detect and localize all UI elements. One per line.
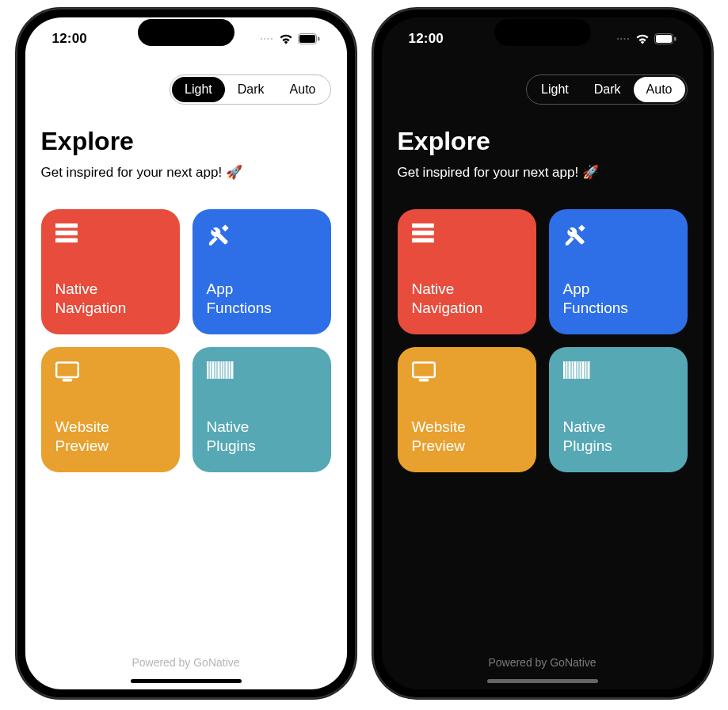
theme-option-dark[interactable]: Dark xyxy=(581,77,634,102)
home-indicator[interactable] xyxy=(131,679,242,683)
tile-native-navigation[interactable]: Native Navigation xyxy=(41,209,180,334)
svg-rect-32 xyxy=(580,361,581,379)
wifi-icon xyxy=(635,33,650,44)
tile-label: Native Plugins xyxy=(563,418,673,456)
svg-rect-29 xyxy=(572,361,573,379)
tile-grid: Native Navigation App Functions Website … xyxy=(398,209,688,472)
wifi-icon xyxy=(279,33,293,44)
tile-label: Website Preview xyxy=(412,418,522,456)
tile-label: Native Navigation xyxy=(55,280,166,319)
svg-rect-35 xyxy=(588,361,589,379)
dynamic-island xyxy=(494,19,591,46)
svg-rect-17 xyxy=(231,361,233,379)
barcode-icon xyxy=(563,361,673,385)
page-title: Explore xyxy=(398,127,688,156)
svg-rect-3 xyxy=(55,223,78,227)
tile-label: Website Preview xyxy=(55,418,166,456)
home-indicator[interactable] xyxy=(487,679,598,683)
svg-rect-6 xyxy=(56,362,78,376)
tile-website-preview[interactable]: Website Preview xyxy=(398,347,536,472)
svg-rect-23 xyxy=(412,239,434,242)
svg-rect-27 xyxy=(566,361,567,379)
svg-rect-22 xyxy=(412,231,434,235)
barcode-icon xyxy=(207,361,317,385)
battery-icon xyxy=(654,33,677,44)
svg-rect-7 xyxy=(63,379,72,381)
status-time: 12:00 xyxy=(52,31,87,47)
tools-icon xyxy=(563,223,673,247)
theme-option-auto[interactable]: Auto xyxy=(277,77,329,102)
svg-rect-20 xyxy=(674,37,677,41)
svg-rect-12 xyxy=(218,361,219,379)
monitor-icon xyxy=(55,361,166,385)
theme-option-dark[interactable]: Dark xyxy=(225,77,277,102)
dynamic-island xyxy=(138,19,234,46)
svg-rect-24 xyxy=(413,362,435,376)
phone-mockup-light: 12:00 ···· Light Dark Auto Explore Get i… xyxy=(16,8,356,699)
monitor-icon xyxy=(412,361,522,385)
tile-label: App Functions xyxy=(563,280,673,319)
theme-toggle[interactable]: Light Dark Auto xyxy=(526,74,687,105)
theme-toggle[interactable]: Light Dark Auto xyxy=(170,74,330,105)
svg-rect-30 xyxy=(574,361,576,379)
battery-icon xyxy=(298,33,320,44)
svg-rect-9 xyxy=(210,361,211,379)
tile-label: Native Navigation xyxy=(412,280,522,319)
svg-rect-1 xyxy=(299,35,315,43)
svg-rect-19 xyxy=(656,35,672,43)
page-subtitle: Get inspired for your next app! 🚀 xyxy=(398,164,688,181)
page-subtitle: Get inspired for your next app! 🚀 xyxy=(41,164,331,181)
svg-rect-34 xyxy=(585,361,586,379)
tile-native-plugins[interactable]: Native Plugins xyxy=(549,347,688,472)
tile-app-functions[interactable]: App Functions xyxy=(549,209,688,334)
svg-rect-11 xyxy=(215,361,216,379)
svg-rect-5 xyxy=(55,239,78,242)
svg-rect-2 xyxy=(318,37,320,41)
tile-native-plugins[interactable]: Native Plugins xyxy=(192,347,331,472)
cellular-dots-icon: ···· xyxy=(616,33,630,44)
svg-rect-25 xyxy=(419,379,429,381)
svg-rect-15 xyxy=(226,361,227,379)
menu-icon xyxy=(412,223,522,247)
tile-label: App Functions xyxy=(207,280,317,319)
theme-option-auto[interactable]: Auto xyxy=(634,77,685,102)
svg-rect-16 xyxy=(229,361,230,379)
theme-option-light[interactable]: Light xyxy=(172,77,225,102)
svg-rect-31 xyxy=(577,361,578,379)
svg-rect-13 xyxy=(221,361,222,379)
tile-label: Native Plugins xyxy=(207,418,317,456)
svg-rect-10 xyxy=(212,361,214,379)
svg-rect-33 xyxy=(582,361,584,379)
status-time: 12:00 xyxy=(409,31,444,47)
tile-native-navigation[interactable]: Native Navigation xyxy=(398,209,536,334)
svg-rect-26 xyxy=(563,361,565,379)
theme-option-light[interactable]: Light xyxy=(528,77,581,102)
svg-rect-28 xyxy=(569,361,570,379)
tile-website-preview[interactable]: Website Preview xyxy=(41,347,180,472)
tile-app-functions[interactable]: App Functions xyxy=(192,209,331,334)
svg-rect-14 xyxy=(223,361,224,379)
tile-grid: Native Navigation App Functions Website … xyxy=(41,209,331,472)
tools-icon xyxy=(207,223,317,247)
menu-icon xyxy=(55,223,166,247)
cellular-dots-icon: ···· xyxy=(260,33,273,44)
page-title: Explore xyxy=(41,127,331,156)
phone-mockup-dark: 12:00 ···· Light Dark Auto Explore Get i… xyxy=(372,8,713,699)
svg-rect-21 xyxy=(412,223,434,227)
svg-rect-4 xyxy=(55,231,78,235)
svg-rect-8 xyxy=(207,361,208,379)
